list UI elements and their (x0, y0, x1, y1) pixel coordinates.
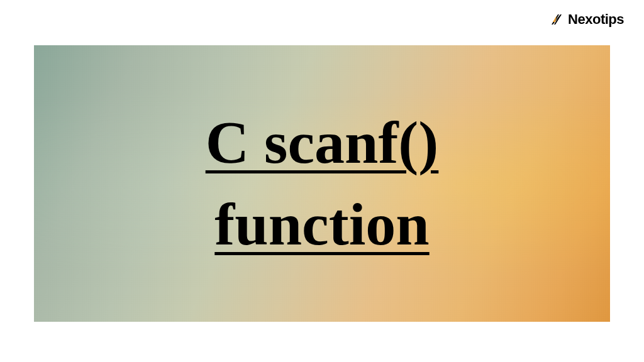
logo-text: Nexotips (568, 11, 624, 28)
logo-container: Nexotips (549, 11, 624, 28)
banner: C scanf() function (34, 45, 610, 322)
title-wrapper: C scanf() function (206, 102, 439, 265)
nexotips-logo-icon (549, 12, 564, 27)
title-line-2: function (206, 184, 439, 265)
title-line-1: C scanf() (206, 102, 439, 184)
